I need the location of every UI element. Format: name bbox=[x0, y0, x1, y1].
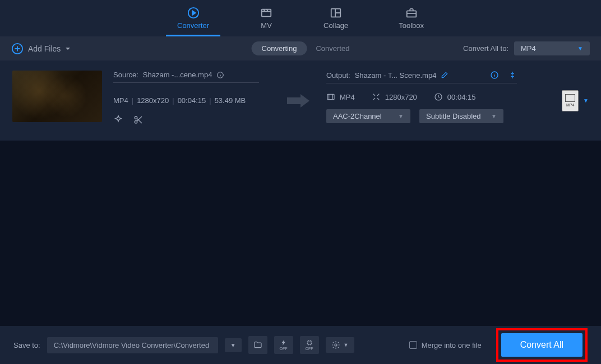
meta-size: 53.49 MB bbox=[215, 96, 246, 105]
source-filename: Shazam -...cene.mp4 bbox=[143, 71, 212, 79]
gpu-button[interactable]: OFF bbox=[300, 336, 319, 354]
output-filename: Shazam - T... Scene.mp4 bbox=[355, 71, 437, 80]
svg-point-12 bbox=[335, 344, 337, 346]
chevron-down-icon: ▼ bbox=[577, 45, 583, 52]
subtitle-select[interactable]: Subtitle Disabled ▼ bbox=[419, 109, 503, 123]
status-tabs: Converting Converted bbox=[252, 41, 350, 55]
compress-icon[interactable] bbox=[508, 71, 517, 80]
gear-icon bbox=[331, 340, 340, 349]
out-duration: 00:04:15 bbox=[447, 93, 476, 101]
footer-bar: Save to: C:\Vidmore\Vidmore Video Conver… bbox=[0, 326, 601, 364]
svg-rect-1 bbox=[262, 10, 271, 17]
nav-label: Toolbox bbox=[399, 21, 424, 30]
select-row: AAC-2Channel ▼ Subtitle Disabled ▼ bbox=[326, 109, 520, 123]
toolbox-icon bbox=[405, 7, 418, 19]
chevron-down-icon: ▼ bbox=[344, 342, 349, 348]
save-to-label: Save to: bbox=[13, 341, 40, 349]
output-label: Output: bbox=[326, 71, 350, 80]
nav-collage[interactable]: Collage bbox=[312, 4, 359, 36]
video-icon bbox=[326, 92, 335, 101]
convert-all-to-label: Convert All to: bbox=[463, 44, 508, 53]
add-files-label: Add Files bbox=[28, 44, 61, 53]
meta-format: MP4 bbox=[113, 96, 128, 105]
file-item-row: Source: Shazam -...cene.mp4 MP4| 1280x72… bbox=[0, 60, 601, 141]
save-path-field[interactable]: C:\Vidmore\Vidmore Video Converter\Conve… bbox=[47, 337, 218, 353]
format-badge-label: MP4 bbox=[566, 103, 574, 107]
svg-rect-3 bbox=[406, 11, 416, 17]
info-icon[interactable] bbox=[216, 71, 224, 79]
source-meta: MP4| 1280x720| 00:04:15| 53.49 MB bbox=[113, 96, 270, 105]
chevron-down-icon[interactable]: ▼ bbox=[583, 97, 589, 104]
format-badge[interactable]: MP4 bbox=[562, 90, 579, 111]
chevron-down-icon bbox=[65, 46, 71, 52]
svg-rect-9 bbox=[327, 94, 334, 99]
source-line: Source: Shazam -...cene.mp4 bbox=[113, 71, 259, 83]
add-files-button[interactable]: Add Files bbox=[11, 43, 71, 55]
audio-select[interactable]: AAC-2Channel ▼ bbox=[326, 109, 410, 123]
resolution-icon bbox=[372, 92, 381, 101]
svg-point-6 bbox=[135, 116, 137, 119]
converter-icon bbox=[187, 7, 200, 19]
subtitle-value: Subtitle Disabled bbox=[426, 112, 481, 120]
source-column: Source: Shazam -...cene.mp4 MP4| 1280x72… bbox=[113, 71, 270, 125]
top-nav: Converter MV Collage Toolbox bbox=[0, 0, 601, 36]
audio-value: AAC-2Channel bbox=[333, 112, 382, 120]
chevron-down-icon: ▼ bbox=[398, 113, 404, 119]
wand-icon[interactable] bbox=[113, 115, 123, 125]
output-column: Output: Shazam - T... Scene.mp4 MP4 1280… bbox=[326, 71, 520, 123]
folder-icon bbox=[253, 340, 263, 349]
collage-icon bbox=[329, 7, 343, 19]
nav-converter[interactable]: Converter bbox=[166, 4, 220, 36]
tools-row bbox=[113, 115, 270, 125]
output-line: Output: Shazam - T... Scene.mp4 bbox=[326, 71, 517, 83]
chevron-down-icon: ▼ bbox=[491, 113, 497, 119]
convert-all-to: Convert All to: MP4 ▼ bbox=[463, 41, 590, 55]
tab-converted[interactable]: Converted bbox=[316, 44, 349, 53]
svg-rect-11 bbox=[308, 341, 311, 344]
scissors-icon[interactable] bbox=[133, 115, 144, 125]
merge-label: Merge into one file bbox=[422, 341, 482, 349]
nav-label: Collage bbox=[323, 21, 348, 30]
hw-accel-button[interactable]: OFF bbox=[274, 336, 293, 354]
open-folder-button[interactable] bbox=[248, 336, 267, 354]
convert-all-button[interactable]: Convert All bbox=[501, 333, 582, 357]
lightning-icon bbox=[280, 339, 288, 346]
hw-off-label: OFF bbox=[280, 347, 288, 351]
format-badge-group: MP4 ▼ bbox=[562, 90, 589, 111]
save-path-dropdown[interactable]: ▼ bbox=[225, 338, 242, 352]
nav-label: MV bbox=[261, 21, 272, 30]
checkbox-box bbox=[409, 341, 417, 349]
nav-label: Converter bbox=[177, 21, 209, 30]
video-thumbnail[interactable] bbox=[12, 71, 102, 122]
nav-toolbox[interactable]: Toolbox bbox=[387, 4, 435, 36]
mv-icon bbox=[260, 7, 273, 19]
meta-resolution: 1280x720 bbox=[137, 96, 169, 105]
output-meta: MP4 1280x720 00:04:15 bbox=[326, 92, 520, 101]
convert-all-highlight: Convert All bbox=[496, 328, 588, 362]
out-resolution: 1280x720 bbox=[385, 93, 417, 101]
clock-icon bbox=[434, 92, 443, 101]
info-circle-icon[interactable] bbox=[490, 71, 499, 80]
tab-converting[interactable]: Converting bbox=[252, 41, 307, 55]
convert-all-to-dropdown[interactable]: MP4 ▼ bbox=[514, 41, 590, 55]
source-label: Source: bbox=[113, 71, 138, 79]
svg-point-7 bbox=[135, 121, 137, 124]
chip-icon bbox=[306, 339, 313, 346]
gpu-off-label: OFF bbox=[306, 347, 313, 351]
merge-checkbox[interactable]: Merge into one file bbox=[409, 341, 482, 349]
edit-icon[interactable] bbox=[441, 71, 449, 79]
plus-circle-icon bbox=[11, 43, 24, 55]
sub-toolbar: Add Files Converting Converted Convert A… bbox=[0, 36, 601, 60]
out-format: MP4 bbox=[340, 93, 355, 101]
dropdown-value: MP4 bbox=[521, 44, 536, 53]
settings-button[interactable]: ▼ bbox=[326, 337, 354, 353]
nav-mv[interactable]: MV bbox=[248, 4, 284, 36]
arrow-icon bbox=[287, 93, 309, 109]
meta-duration: 00:04:15 bbox=[178, 96, 206, 105]
empty-area bbox=[0, 141, 601, 326]
